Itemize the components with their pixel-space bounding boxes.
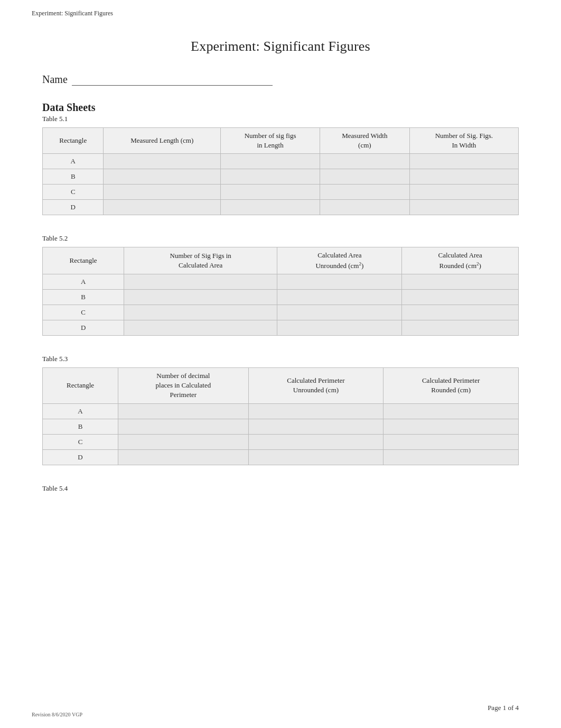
name-label: Name <box>42 73 68 86</box>
row-label-b1: B <box>43 169 104 185</box>
page-header: Experiment: Significant Figures <box>0 0 561 17</box>
table-row: B <box>43 169 519 185</box>
page-footer: Page 1 of 4 <box>488 704 519 712</box>
row-label-c2: C <box>43 305 124 320</box>
col-measured-width: Measured Width(cm) <box>320 128 410 154</box>
col-area-unrounded: Calculated AreaUnrounded (cm2) <box>277 247 402 274</box>
cell <box>277 290 402 305</box>
col-perimeter-unrounded: Calculated PerimeterUnrounded (cm) <box>248 368 384 404</box>
cell <box>320 169 410 185</box>
table-row: A <box>43 403 519 419</box>
cell <box>104 200 221 215</box>
cell <box>118 403 248 419</box>
cell <box>221 200 320 215</box>
cell <box>277 320 402 336</box>
cell <box>320 200 410 215</box>
col-rectangle-2: Rectangle <box>43 247 124 274</box>
row-label-b3: B <box>43 419 118 434</box>
row-label-a1: A <box>43 154 104 169</box>
name-underline <box>72 74 273 86</box>
cell <box>118 449 248 465</box>
cell <box>409 169 518 185</box>
revision-footer: Revision 8/6/2020 VGP <box>32 712 82 717</box>
cell <box>384 419 519 434</box>
cell <box>409 185 518 200</box>
table-5-3-section: Table 5.3 Rectangle Number of decimalpla… <box>42 355 519 465</box>
main-title: Experiment: Significant Figures <box>42 39 519 54</box>
cell <box>124 320 277 336</box>
table-row: A <box>43 154 519 169</box>
cell <box>221 154 320 169</box>
table-row: D <box>43 200 519 215</box>
cell <box>409 154 518 169</box>
row-label-a2: A <box>43 274 124 290</box>
table-5-2-section: Table 5.2 Rectangle Number of Sig Figs i… <box>42 234 519 336</box>
cell <box>248 403 384 419</box>
cell <box>118 434 248 449</box>
cell <box>320 154 410 169</box>
row-label-a3: A <box>43 403 118 419</box>
cell <box>248 449 384 465</box>
cell <box>124 305 277 320</box>
table-row: B <box>43 290 519 305</box>
cell <box>248 419 384 434</box>
cell <box>104 169 221 185</box>
cell <box>402 305 519 320</box>
cell <box>124 290 277 305</box>
table-5-1-section: Table 5.1 Rectangle Measured Length (cm)… <box>42 115 519 215</box>
cell <box>384 434 519 449</box>
table-5-2-label: Table 5.2 <box>42 234 519 243</box>
page-number: Page 1 of 4 <box>488 704 519 712</box>
row-label-d3: D <box>43 449 118 465</box>
row-label-c3: C <box>43 434 118 449</box>
table-5-1-label: Table 5.1 <box>42 115 519 123</box>
col-sig-figs-area: Number of Sig Figs inCalculated Area <box>124 247 277 274</box>
cell <box>277 274 402 290</box>
col-decimal-places: Number of decimalplaces in CalculatedPer… <box>118 368 248 404</box>
table-5-3-label: Table 5.3 <box>42 355 519 363</box>
table-row: A <box>43 274 519 290</box>
row-label-d1: D <box>43 200 104 215</box>
table-5-4-label: Table 5.4 <box>42 484 519 493</box>
cell <box>402 320 519 336</box>
cell <box>320 185 410 200</box>
page-content: Experiment: Significant Figures Name Dat… <box>0 17 561 529</box>
table-row: C <box>43 434 519 449</box>
col-area-rounded: Calculated AreaRounded (cm2) <box>402 247 519 274</box>
cell <box>384 403 519 419</box>
col-measured-length: Measured Length (cm) <box>104 128 221 154</box>
col-rectangle-3: Rectangle <box>43 368 118 404</box>
cell <box>124 274 277 290</box>
revision-text: Revision 8/6/2020 VGP <box>32 712 82 717</box>
table-row: C <box>43 185 519 200</box>
cell <box>402 290 519 305</box>
col-sig-figs-width: Number of Sig. Figs.In Width <box>409 128 518 154</box>
row-label-b2: B <box>43 290 124 305</box>
cell <box>221 169 320 185</box>
col-rectangle-1: Rectangle <box>43 128 104 154</box>
section-title: Data Sheets <box>42 102 519 114</box>
table-5-2: Rectangle Number of Sig Figs inCalculate… <box>42 247 519 336</box>
row-label-d2: D <box>43 320 124 336</box>
cell <box>104 154 221 169</box>
cell <box>277 305 402 320</box>
cell <box>118 419 248 434</box>
cell <box>402 274 519 290</box>
cell <box>409 200 518 215</box>
row-label-c1: C <box>43 185 104 200</box>
cell <box>248 434 384 449</box>
table-row: D <box>43 449 519 465</box>
col-perimeter-rounded: Calculated PerimeterRounded (cm) <box>384 368 519 404</box>
table-row: B <box>43 419 519 434</box>
table-5-1: Rectangle Measured Length (cm) Number of… <box>42 127 519 215</box>
cell <box>221 185 320 200</box>
cell <box>384 449 519 465</box>
col-sig-figs-length: Number of sig figsin Length <box>221 128 320 154</box>
name-line: Name <box>42 73 519 86</box>
table-row: C <box>43 305 519 320</box>
table-row: D <box>43 320 519 336</box>
header-text: Experiment: Significant Figures <box>32 10 113 17</box>
cell <box>104 185 221 200</box>
table-5-3: Rectangle Number of decimalplaces in Cal… <box>42 367 519 465</box>
